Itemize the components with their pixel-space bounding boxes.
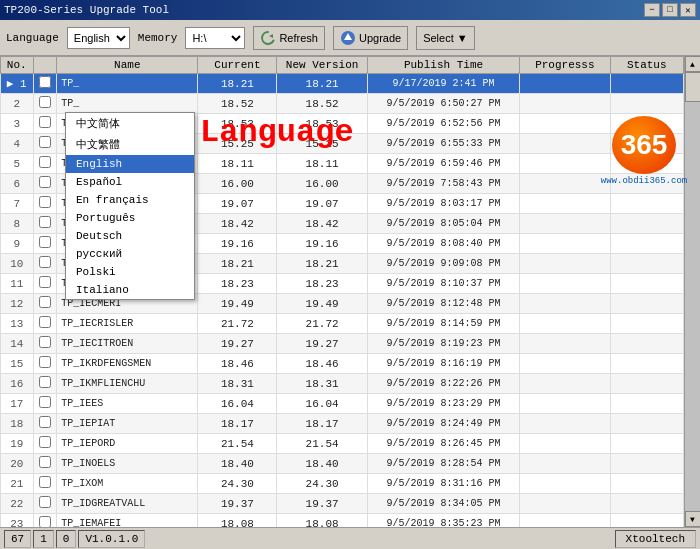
cell-new-version: 18.21 bbox=[277, 254, 367, 274]
cell-check[interactable] bbox=[33, 454, 57, 474]
language-select[interactable]: English bbox=[67, 27, 130, 49]
cell-check[interactable] bbox=[33, 394, 57, 414]
cell-progress bbox=[520, 474, 610, 494]
dropdown-item[interactable]: En français bbox=[66, 191, 194, 209]
cell-status bbox=[610, 214, 683, 234]
cell-new-version: 18.46 bbox=[277, 354, 367, 374]
cell-new-version: 18.31 bbox=[277, 374, 367, 394]
cell-check[interactable] bbox=[33, 74, 57, 94]
cell-new-version: 21.54 bbox=[277, 434, 367, 454]
cell-new-version: 18.23 bbox=[277, 274, 367, 294]
cell-publish-time: 9/5/2019 8:19:23 PM bbox=[367, 334, 519, 354]
cell-publish-time: 9/5/2019 6:55:33 PM bbox=[367, 134, 519, 154]
table-row[interactable]: ▶ 1 TP_ 18.21 18.21 9/17/2019 2:41 PM bbox=[1, 74, 684, 94]
table-row[interactable]: 19 TP_IEPORD 21.54 21.54 9/5/2019 8:26:4… bbox=[1, 434, 684, 454]
cell-check[interactable] bbox=[33, 434, 57, 454]
col-header-progress: Progresss bbox=[520, 57, 610, 74]
cell-num: 14 bbox=[1, 334, 34, 354]
scrollbar[interactable]: ▲ ▼ bbox=[684, 56, 700, 527]
cell-publish-time: 9/5/2019 8:03:17 PM bbox=[367, 194, 519, 214]
upgrade-button[interactable]: Upgrade bbox=[333, 26, 408, 50]
maximize-button[interactable]: □ bbox=[662, 3, 678, 17]
dropdown-item[interactable]: Português bbox=[66, 209, 194, 227]
memory-select[interactable]: H:\ bbox=[185, 27, 245, 49]
cell-current: 16.00 bbox=[198, 174, 277, 194]
content-area: No. Name Current New Version Publish Tim… bbox=[0, 56, 700, 527]
cell-new-version: 16.00 bbox=[277, 174, 367, 194]
cell-progress bbox=[520, 514, 610, 528]
cell-num: 16 bbox=[1, 374, 34, 394]
table-row[interactable]: 23 TP_IEMAFEI 18.08 18.08 9/5/2019 8:35:… bbox=[1, 514, 684, 528]
cell-check[interactable] bbox=[33, 214, 57, 234]
language-dropdown[interactable]: 中文简体中文繁體EnglishEspañolEn françaisPortugu… bbox=[65, 112, 195, 300]
cell-check[interactable] bbox=[33, 254, 57, 274]
minimize-button[interactable]: − bbox=[644, 3, 660, 17]
cell-check[interactable] bbox=[33, 314, 57, 334]
window-controls: − □ ✕ bbox=[644, 3, 696, 17]
cell-check[interactable] bbox=[33, 134, 57, 154]
table-row[interactable]: 22 TP_IDGREATVALL 19.37 19.37 9/5/2019 8… bbox=[1, 494, 684, 514]
dropdown-item[interactable]: English bbox=[66, 155, 194, 173]
cell-progress bbox=[520, 74, 610, 94]
cell-publish-time: 9/5/2019 6:52:56 PM bbox=[367, 114, 519, 134]
cell-status bbox=[610, 434, 683, 454]
cell-check[interactable] bbox=[33, 514, 57, 528]
cell-num: 19 bbox=[1, 434, 34, 454]
status-version: V1.0.1.0 bbox=[78, 530, 145, 548]
cell-current: 18.31 bbox=[198, 374, 277, 394]
table-row[interactable]: 21 TP_IXOM 24.30 24.30 9/5/2019 8:31:16 … bbox=[1, 474, 684, 494]
dropdown-item[interactable]: 中文繁體 bbox=[66, 134, 194, 155]
table-row[interactable]: 14 TP_IECITROEN 19.27 19.27 9/5/2019 8:1… bbox=[1, 334, 684, 354]
cell-check[interactable] bbox=[33, 234, 57, 254]
cell-check[interactable] bbox=[33, 174, 57, 194]
cell-num: 18 bbox=[1, 414, 34, 434]
cell-progress bbox=[520, 214, 610, 234]
cell-check[interactable] bbox=[33, 94, 57, 114]
dropdown-item[interactable]: Español bbox=[66, 173, 194, 191]
refresh-button[interactable]: Refresh bbox=[253, 26, 325, 50]
cell-check[interactable] bbox=[33, 474, 57, 494]
dropdown-item[interactable]: Deutsch bbox=[66, 227, 194, 245]
cell-check[interactable] bbox=[33, 494, 57, 514]
table-row[interactable]: 2 TP_ 18.52 18.52 9/5/2019 6:50:27 PM bbox=[1, 94, 684, 114]
scroll-up-button[interactable]: ▲ bbox=[685, 56, 701, 72]
table-row[interactable]: 18 TP_IEPIAT 18.17 18.17 9/5/2019 8:24:4… bbox=[1, 414, 684, 434]
scrollbar-track[interactable] bbox=[685, 72, 701, 511]
cell-current: 19.07 bbox=[198, 194, 277, 214]
col-header-name: Name bbox=[57, 57, 198, 74]
cell-check[interactable] bbox=[33, 414, 57, 434]
cell-publish-time: 9/5/2019 6:50:27 PM bbox=[367, 94, 519, 114]
dropdown-item[interactable]: русский bbox=[66, 245, 194, 263]
cell-check[interactable] bbox=[33, 354, 57, 374]
cell-publish-time: 9/5/2019 8:14:59 PM bbox=[367, 314, 519, 334]
scrollbar-thumb[interactable] bbox=[685, 72, 701, 102]
table-row[interactable]: 15 TP_IKRDFENGSMEN 18.46 18.46 9/5/2019 … bbox=[1, 354, 684, 374]
cell-check[interactable] bbox=[33, 274, 57, 294]
cell-status bbox=[610, 414, 683, 434]
table-row[interactable]: 16 TP_IKMFLIENCHU 18.31 18.31 9/5/2019 8… bbox=[1, 374, 684, 394]
cell-check[interactable] bbox=[33, 334, 57, 354]
select-button[interactable]: Select ▼ bbox=[416, 26, 475, 50]
cell-publish-time: 9/5/2019 8:08:40 PM bbox=[367, 234, 519, 254]
cell-publish-time: 9/5/2019 8:12:48 PM bbox=[367, 294, 519, 314]
col-header-status: Status bbox=[610, 57, 683, 74]
cell-check[interactable] bbox=[33, 114, 57, 134]
dropdown-item[interactable]: 中文简体 bbox=[66, 113, 194, 134]
cell-status bbox=[610, 154, 683, 174]
table-row[interactable]: 20 TP_INOELS 18.40 18.40 9/5/2019 8:28:5… bbox=[1, 454, 684, 474]
cell-name: TP_IKMFLIENCHU bbox=[57, 374, 198, 394]
cell-check[interactable] bbox=[33, 194, 57, 214]
table-row[interactable]: 17 TP_IEES 16.04 16.04 9/5/2019 8:23:29 … bbox=[1, 394, 684, 414]
cell-check[interactable] bbox=[33, 154, 57, 174]
scroll-down-button[interactable]: ▼ bbox=[685, 511, 701, 527]
cell-status bbox=[610, 274, 683, 294]
memory-label: Memory bbox=[138, 32, 178, 44]
close-button[interactable]: ✕ bbox=[680, 3, 696, 17]
cell-publish-time: 9/5/2019 9:09:08 PM bbox=[367, 254, 519, 274]
cell-name: TP_IECITROEN bbox=[57, 334, 198, 354]
cell-check[interactable] bbox=[33, 374, 57, 394]
dropdown-item[interactable]: Italiano bbox=[66, 281, 194, 299]
table-row[interactable]: 13 TP_IECRISLER 21.72 21.72 9/5/2019 8:1… bbox=[1, 314, 684, 334]
cell-check[interactable] bbox=[33, 294, 57, 314]
dropdown-item[interactable]: Polski bbox=[66, 263, 194, 281]
